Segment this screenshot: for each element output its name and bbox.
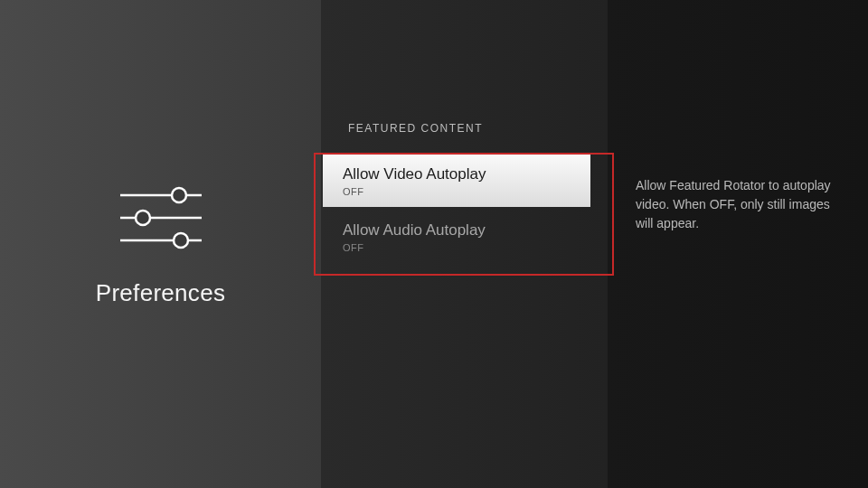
svg-point-1 — [172, 188, 186, 202]
help-column: Allow Featured Rotator to autoplay video… — [610, 0, 868, 488]
featured-content-group: Allow Video Autoplay OFF Allow Audio Aut… — [314, 153, 614, 276]
options-column: FEATURED CONTENT Allow Video Autoplay OF… — [321, 0, 610, 488]
help-text: Allow Featured Rotator to autoplay video… — [636, 176, 841, 233]
svg-point-3 — [136, 211, 150, 225]
option-allow-audio-autoplay[interactable]: Allow Audio Autoplay OFF — [323, 211, 590, 263]
option-value: OFF — [343, 186, 571, 197]
option-label: Allow Audio Autoplay — [343, 221, 571, 239]
option-label: Allow Video Autoplay — [343, 165, 571, 183]
section-header: FEATURED CONTENT — [321, 122, 610, 135]
page-title: Preferences — [96, 279, 225, 307]
option-allow-video-autoplay[interactable]: Allow Video Autoplay OFF — [323, 155, 590, 207]
sliders-icon — [116, 182, 206, 254]
sidebar-preferences: Preferences — [0, 0, 321, 488]
svg-point-5 — [174, 233, 188, 248]
option-value: OFF — [343, 242, 571, 253]
